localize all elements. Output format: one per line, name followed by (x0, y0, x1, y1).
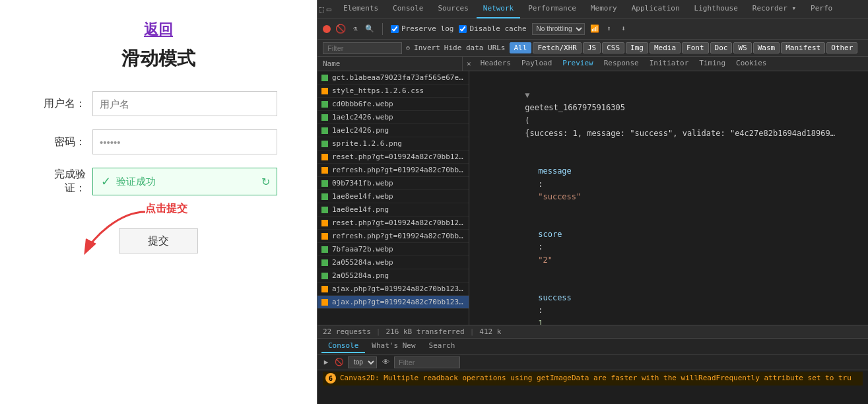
list-item[interactable]: 1ae1c2426.png (317, 124, 469, 137)
list-item[interactable]: reset.php?gt=019924a82c70bb123aa (317, 217, 469, 230)
item-name: style_https.1.2.6.css (332, 86, 424, 95)
console-context-select[interactable]: top (348, 356, 377, 368)
expand-icon[interactable]: ▼ (525, 90, 534, 100)
col-payload[interactable]: Payload (516, 55, 557, 73)
filter-font[interactable]: Font (682, 42, 709, 53)
list-item[interactable]: gct.b1abeaa79023fa73af565e67e115 (317, 71, 469, 84)
preserve-log-checkbox[interactable]: Preserve log (391, 24, 453, 33)
username-row: 用户名： (40, 91, 277, 116)
detail-panel: ▼ geetest_1667975916305 ( {success: 1, m… (469, 71, 868, 325)
item-name: refresh.php?gt=019924a82c70bb123 (332, 166, 465, 174)
filter-all[interactable]: All (510, 42, 532, 53)
item-icon (321, 193, 328, 200)
filter-img[interactable]: Img (626, 42, 648, 53)
cursor-icon[interactable]: ⬚ (319, 4, 324, 14)
tab-sources[interactable]: Sources (431, 0, 475, 18)
col-name[interactable]: Name (317, 57, 463, 71)
page-title: 滑动模式 (121, 46, 195, 71)
tab-application[interactable]: Application (625, 0, 686, 18)
filter-doc[interactable]: Doc (710, 42, 733, 53)
list-item[interactable]: cd0bbb6fe.webp (317, 98, 469, 111)
item-icon (321, 75, 328, 81)
tab-console[interactable]: Console (386, 0, 430, 18)
filter-js[interactable]: JS (583, 42, 601, 53)
list-item[interactable]: 2a055284a.png (317, 269, 469, 283)
tab-recorder[interactable]: Recorder ▾ (746, 0, 803, 18)
col-headers[interactable]: Headers (475, 55, 516, 73)
captcha-refresh-icon[interactable]: ↻ (261, 176, 270, 188)
console-panel: Console What's New Search ▶ 🚫 top 👁 6 Ca… (317, 338, 868, 404)
json-function-name: geetest_1667975916305 (525, 103, 625, 112)
col-response[interactable]: Response (599, 55, 644, 73)
resources-size: 412 k (479, 327, 501, 336)
tab-memory[interactable]: Memory (584, 0, 624, 18)
close-panel-icon[interactable]: ✕ (463, 59, 475, 68)
wifi-icon: 📶 (590, 24, 599, 33)
tab-performance[interactable]: Performance (521, 0, 583, 18)
item-icon (321, 141, 328, 147)
tab-elements[interactable]: Elements (337, 0, 385, 18)
hide-data-urls-label[interactable]: Hide data URLs (444, 44, 506, 52)
item-name: ajax.php?gt=019924a82c70bb123aa (332, 285, 465, 293)
col-cookies[interactable]: Cookies (731, 55, 772, 73)
col-initiator[interactable]: Initiator (644, 55, 694, 73)
username-input[interactable] (92, 91, 277, 116)
col-preview[interactable]: Preview (557, 55, 598, 73)
col-timing[interactable]: Timing (694, 55, 731, 73)
filter-other[interactable]: Other (826, 42, 857, 53)
list-item[interactable]: reset.php?gt=019924a82c70bb123aa (317, 151, 469, 164)
tab-more[interactable]: Perfo (804, 0, 839, 18)
item-icon (321, 299, 328, 306)
list-item[interactable]: ajax.php?gt=019924a82c70bb123aa (317, 283, 469, 296)
upload-icon[interactable]: ⬆ (605, 24, 614, 34)
item-icon (321, 233, 328, 240)
filter-css[interactable]: CSS (602, 42, 624, 53)
disable-cache-checkbox[interactable]: Disable cache (459, 24, 526, 33)
json-tree: ▼ geetest_1667975916305 ( {success: 1, m… (477, 77, 860, 325)
list-item[interactable]: 1ae8ee14f.png (317, 203, 469, 217)
list-item[interactable]: 2a055284a.webp (317, 256, 469, 269)
password-input[interactable] (92, 129, 277, 154)
filter-wasm[interactable]: Wasm (753, 42, 780, 53)
console-tab-search[interactable]: Search (422, 339, 462, 353)
network-main: gct.b1abeaa79023fa73af565e67e115 style_h… (317, 71, 868, 325)
filter-icon[interactable]: ⚗ (351, 24, 360, 34)
filter-ws[interactable]: WS (733, 42, 751, 53)
list-item[interactable]: 1ae8ee14f.webp (317, 190, 469, 203)
console-eye-icon[interactable]: 👁 (381, 358, 390, 367)
captcha-label: 完成验证： (40, 168, 86, 195)
clear-icon[interactable]: 🚫 (336, 24, 345, 34)
console-play-icon[interactable]: ▶ (321, 358, 331, 367)
tab-network[interactable]: Network (477, 0, 520, 18)
list-item[interactable]: sprite.1.2.6.png (317, 137, 469, 151)
console-tab-whatsnew[interactable]: What's New (365, 339, 422, 353)
invert-label[interactable]: Invert (414, 44, 440, 52)
list-item[interactable]: 7bfaaa72b.webp (317, 243, 469, 256)
item-icon (321, 273, 328, 279)
back-link[interactable]: 返回 (144, 20, 173, 40)
status-sep1: | (376, 327, 381, 336)
console-filter-input[interactable] (394, 356, 460, 368)
tab-lighthouse[interactable]: Lighthouse (688, 0, 745, 18)
mobile-icon[interactable]: ▭ (327, 5, 331, 14)
console-tab-console[interactable]: Console (321, 339, 365, 353)
filter-manifest[interactable]: Manifest (781, 42, 825, 53)
list-item[interactable]: style_https.1.2.6.css (317, 84, 469, 98)
search-icon[interactable]: 🔍 (365, 24, 374, 34)
console-block-icon[interactable]: 🚫 (335, 358, 344, 367)
list-item[interactable]: ajax.php?gt=019924a82c70bb123aa (317, 296, 469, 309)
download-icon[interactable]: ⬇ (619, 24, 628, 34)
captcha-box[interactable]: ✓ 验证成功 ↻ (92, 168, 277, 195)
throttle-select[interactable]: No throttling Fast 3G Slow 3G (532, 23, 585, 35)
list-item[interactable]: refresh.php?gt=019924a82c70bb123 (317, 230, 469, 243)
item-name: cd0bbb6fe.webp (332, 100, 393, 108)
list-item[interactable]: 1ae1c2426.webp (317, 111, 469, 124)
list-item[interactable]: refresh.php?gt=019924a82c70bb123 (317, 164, 469, 177)
filter-input[interactable] (323, 42, 402, 54)
record-button[interactable] (323, 25, 331, 33)
captcha-row: 完成验证： ✓ 验证成功 ↻ (40, 168, 277, 195)
filter-media[interactable]: Media (650, 42, 681, 53)
list-item[interactable]: 09b7341fb.webp (317, 177, 469, 190)
item-icon (321, 154, 328, 160)
filter-fetch-xhr[interactable]: Fetch/XHR (533, 42, 582, 53)
